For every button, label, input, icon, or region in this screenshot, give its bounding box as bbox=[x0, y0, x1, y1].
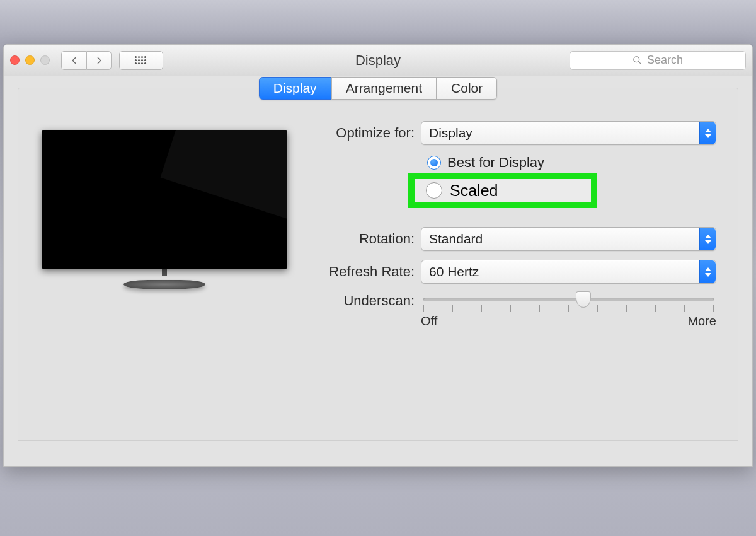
settings-column: Optimize for: Display Best for Display bbox=[314, 117, 716, 337]
preferences-window: Display Search Display Arrangement Color bbox=[3, 44, 753, 467]
popup-stepper-icon bbox=[699, 260, 716, 283]
nav-buttons bbox=[61, 51, 112, 70]
underscan-slider[interactable]: Off More bbox=[421, 293, 716, 329]
underscan-max-label: More bbox=[687, 314, 716, 329]
rotation-value: Standard bbox=[429, 231, 483, 247]
rotation-label: Rotation: bbox=[314, 231, 421, 247]
chevron-left-icon bbox=[69, 55, 79, 66]
back-button[interactable] bbox=[61, 51, 86, 70]
slider-track bbox=[423, 298, 714, 301]
refresh-rate-popup[interactable]: 60 Hertz bbox=[421, 260, 716, 284]
window-controls bbox=[10, 55, 50, 65]
search-field[interactable]: Search bbox=[570, 51, 746, 70]
apps-grid-icon bbox=[135, 56, 147, 65]
underscan-min-label: Off bbox=[421, 314, 437, 329]
refresh-rate-label: Refresh Rate: bbox=[314, 264, 421, 280]
resolution-radio-group: Best for Display Scaled bbox=[314, 150, 716, 213]
display-preview-screen bbox=[42, 130, 287, 269]
resolution-best-label: Best for Display bbox=[447, 154, 544, 171]
titlebar: Display Search bbox=[4, 45, 752, 76]
content-pane: Display Arrangement Color Optimize for: … bbox=[18, 88, 738, 441]
callout-highlight: Scaled bbox=[408, 173, 597, 208]
resolution-scaled-label[interactable]: Scaled bbox=[450, 182, 498, 200]
tab-bar: Display Arrangement Color bbox=[18, 77, 738, 100]
minimize-window-button[interactable] bbox=[25, 55, 35, 65]
close-window-button[interactable] bbox=[10, 55, 20, 65]
popup-stepper-icon bbox=[699, 228, 716, 250]
optimize-for-value: Display bbox=[429, 125, 472, 141]
display-preview-neck bbox=[162, 267, 167, 276]
search-placeholder: Search bbox=[647, 54, 683, 67]
resolution-best-radio[interactable]: Best for Display bbox=[427, 150, 716, 175]
zoom-window-button[interactable] bbox=[40, 55, 50, 65]
display-preview-stand bbox=[123, 280, 205, 289]
window-body: Display Arrangement Color Optimize for: … bbox=[4, 76, 752, 466]
svg-line-1 bbox=[638, 61, 641, 64]
search-icon bbox=[633, 55, 642, 65]
tab-color[interactable]: Color bbox=[437, 77, 497, 100]
svg-point-0 bbox=[634, 57, 639, 62]
optimize-for-popup[interactable]: Display bbox=[421, 121, 716, 145]
underscan-label: Underscan: bbox=[314, 293, 421, 309]
optimize-for-label: Optimize for: bbox=[314, 125, 421, 141]
slider-ticks bbox=[423, 305, 714, 312]
radio-selected-icon bbox=[427, 156, 441, 170]
rotation-popup[interactable]: Standard bbox=[421, 227, 716, 251]
refresh-rate-value: 60 Hertz bbox=[429, 264, 479, 279]
display-preview bbox=[40, 117, 289, 337]
chevron-right-icon bbox=[94, 55, 104, 66]
forward-button[interactable] bbox=[86, 51, 112, 70]
popup-stepper-icon bbox=[699, 122, 716, 144]
tab-arrangement[interactable]: Arrangement bbox=[331, 77, 437, 100]
tab-display[interactable]: Display bbox=[259, 77, 331, 100]
show-all-prefs-button[interactable] bbox=[119, 51, 163, 70]
radio-unselected-icon bbox=[426, 182, 442, 199]
